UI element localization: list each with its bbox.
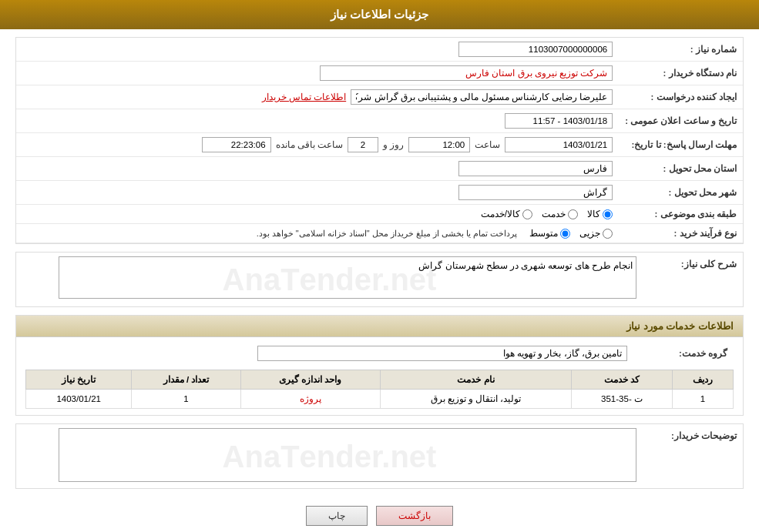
announce-label: تاریخ و ساعت اعلان عمومی : — [619, 109, 743, 133]
city-label: شهر محل تحویل : — [619, 181, 743, 205]
cell-unit: پروژه — [240, 390, 380, 409]
services-data-table: ردیف کد خدمت نام خدمت واحد اندازه گیری ت… — [25, 370, 734, 409]
need-number-input[interactable] — [458, 42, 613, 57]
deadline-label: مهلت ارسال پاسخ: تا تاریخ: — [619, 133, 743, 157]
city-input[interactable] — [458, 185, 613, 200]
general-desc-section: شرح کلی نیاز: انجام طرح های توسعه شهری د… — [15, 252, 744, 307]
category-label: طبقه بندی موضوعی : — [619, 205, 743, 224]
province-row: استان محل تحویل : — [16, 157, 743, 181]
process-jozi-label: جزیی — [579, 228, 600, 239]
page-title: جزئیات اطلاعات نیاز — [331, 8, 428, 21]
announce-datetime-input[interactable] — [505, 113, 613, 129]
requester-input[interactable] — [351, 89, 613, 105]
services-header-row: ردیف کد خدمت نام خدمت واحد اندازه گیری ت… — [26, 370, 734, 390]
category-kala-option[interactable]: کالا — [587, 209, 613, 219]
deadline-row: مهلت ارسال پاسخ: تا تاریخ: ساعت روز و سا… — [16, 133, 743, 157]
province-value — [16, 157, 619, 181]
service-group-value — [25, 342, 633, 365]
general-desc-textarea[interactable]: انجام طرح های توسعه شهری در سطح شهرستان … — [59, 256, 636, 299]
remain-label: ساعت باقی مانده — [276, 139, 343, 150]
service-group-row: گروه خدمت: — [25, 342, 734, 365]
need-number-value — [94, 38, 619, 62]
category-both-label: کالا/خدمت — [481, 209, 520, 219]
service-group-table: گروه خدمت: — [25, 342, 734, 365]
need-number-row: شماره نیاز : — [16, 38, 743, 62]
info-table: شماره نیاز : نام دستگاه خریدار : ا — [16, 38, 743, 243]
buyer-org-row: نام دستگاه خریدار : — [16, 62, 743, 85]
category-kala-radio[interactable] — [603, 209, 613, 219]
buyer-desc-label: توضیحات خریدار: — [643, 424, 743, 488]
back-button[interactable]: بازگشت — [376, 506, 453, 526]
day-label: روز و — [383, 139, 404, 150]
col-code: کد خدمت — [572, 370, 673, 390]
services-table-body: 1 ت -35-351 تولید، انتقال و توزیع برق پر… — [26, 390, 734, 409]
category-kala-label: کالا — [587, 209, 600, 219]
category-khadamat-option[interactable]: خدمت — [542, 209, 578, 219]
category-khadamat-radio[interactable] — [568, 209, 578, 219]
category-row: طبقه بندی موضوعی : کالا خدمت — [16, 205, 743, 224]
process-motawaset-radio[interactable] — [560, 229, 570, 239]
process-motawaset-label: متوسط — [529, 228, 558, 239]
service-group-input[interactable] — [257, 346, 627, 361]
process-note: پرداخت تمام یا بخشی از مبلغ خریداز محل "… — [257, 229, 518, 239]
buyer-watermark-area: AnaТender.net — [22, 428, 636, 484]
requester-row: ایجاد کننده درخواست : اطلاعات تماس خریدا… — [16, 85, 743, 109]
buyer-desc-table: توضیحات خریدار: AnaТender.net — [16, 424, 743, 488]
buyer-org-input[interactable] — [320, 65, 613, 81]
category-kala-khadamat-option[interactable]: کالا/خدمت — [481, 209, 532, 219]
buyer-desc-value: AnaТender.net — [16, 424, 643, 488]
table-row: 1 ت -35-351 تولید، انتقال و توزیع برق پر… — [26, 390, 734, 409]
deadline-date-input[interactable] — [505, 137, 613, 152]
requester-label: ایجاد کننده درخواست : — [619, 85, 743, 109]
cell-qty: 1 — [132, 390, 240, 409]
deadline-remain-input[interactable] — [202, 137, 271, 152]
print-button[interactable]: چاپ — [306, 506, 368, 526]
services-title: اطلاعات خدمات مورد نیاز — [16, 316, 743, 337]
process-row: نوع فرآیند خرید : جزیی متوسط — [16, 224, 743, 243]
page-header: جزئیات اطلاعات نیاز — [0, 0, 759, 29]
process-jozi-radio[interactable] — [603, 229, 613, 239]
process-motawaset-option[interactable]: متوسط — [529, 228, 570, 239]
contact-link[interactable]: اطلاعات تماس خریدار — [262, 92, 346, 102]
requester-value: اطلاعات تماس خریدار — [16, 85, 619, 109]
general-desc-label: شرح کلی نیاز: — [643, 253, 743, 306]
general-desc-row: شرح کلی نیاز: انجام طرح های توسعه شهری د… — [16, 253, 743, 306]
announce-value — [16, 109, 619, 133]
services-body: گروه خدمت: ردیف کد خدمت نام خدمت واحد ان — [16, 337, 743, 415]
province-input[interactable] — [458, 161, 613, 176]
category-options: کالا خدمت کالا/خدمت — [16, 205, 619, 224]
deadline-time-input[interactable] — [408, 137, 470, 152]
process-options: جزیی متوسط پرداخت تمام یا بخشی از مبلغ خ… — [16, 224, 619, 243]
process-label: نوع فرآیند خرید : — [619, 224, 743, 243]
buttons-row: بازگشت چاپ — [15, 497, 744, 532]
general-desc-value: انجام طرح های توسعه شهری در سطح شهرستان … — [16, 253, 643, 306]
buyer-org-value — [16, 62, 619, 85]
announce-row: تاریخ و ساعت اعلان عمومی : — [16, 109, 743, 133]
service-group-label: گروه خدمت: — [633, 342, 734, 365]
category-khadamat-label: خدمت — [542, 209, 566, 219]
buyer-desc-textarea[interactable] — [59, 428, 636, 482]
col-unit: واحد اندازه گیری — [240, 370, 380, 390]
buyer-desc-row: توضیحات خریدار: AnaТender.net — [16, 424, 743, 488]
deadline-days-input[interactable] — [348, 137, 378, 152]
cell-row: 1 — [672, 390, 733, 409]
info-section: شماره نیاز : نام دستگاه خریدار : ا — [15, 37, 744, 244]
services-section: اطلاعات خدمات مورد نیاز گروه خدمت: — [15, 315, 744, 416]
province-label: استان محل تحویل : — [619, 157, 743, 181]
col-qty: تعداد / مقدار — [132, 370, 240, 390]
col-name: نام خدمت — [380, 370, 571, 390]
page-wrapper: جزئیات اطلاعات نیاز شماره نیاز : نام دست… — [0, 0, 759, 532]
general-desc-table: شرح کلی نیاز: انجام طرح های توسعه شهری د… — [16, 253, 743, 306]
cell-date: 1403/01/21 — [26, 390, 132, 409]
buyer-desc-section: توضیحات خریدار: AnaТender.net — [15, 423, 744, 489]
cell-name: تولید، انتقال و توزیع برق — [380, 390, 571, 409]
process-jozi-option[interactable]: جزیی — [579, 228, 613, 239]
time-label: ساعت — [475, 139, 500, 150]
main-content: شماره نیاز : نام دستگاه خریدار : ا — [0, 29, 759, 532]
deadline-value: ساعت روز و ساعت باقی مانده — [16, 133, 619, 157]
services-table-header: ردیف کد خدمت نام خدمت واحد اندازه گیری ت… — [26, 370, 734, 390]
cell-code: ت -35-351 — [572, 390, 673, 409]
city-value — [16, 181, 619, 205]
buyer-org-label: نام دستگاه خریدار : — [619, 62, 743, 85]
category-both-radio[interactable] — [522, 209, 532, 219]
